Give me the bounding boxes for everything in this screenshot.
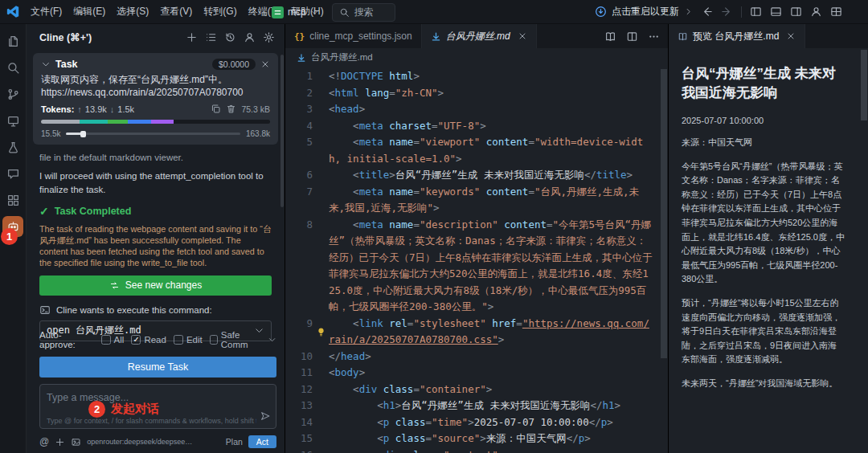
- split-editor-icon[interactable]: [626, 31, 638, 43]
- editor-tab-bar: {} cline_mcp_settings.json 台风丹娜丝.md: [285, 24, 668, 48]
- input-footer: @ openrouter:deepseek/deepseek-r1:free P…: [39, 434, 276, 450]
- menu-item-4[interactable]: 转到(G): [198, 2, 242, 21]
- resume-task-button[interactable]: Resume Task: [39, 357, 276, 378]
- vscode-logo-icon: [6, 5, 20, 18]
- sidebar-title: Cline (⌘+'): [39, 31, 92, 43]
- command-prompt-row: Cline wants to execute this command:: [39, 304, 272, 316]
- update-icon: [595, 6, 607, 18]
- preview-paragraph: 今年第5号台风“丹娜丝”（热带风暴级；英文名称：Danas；名字来源：菲律宾；名…: [682, 160, 845, 287]
- sidebar-scrollbar[interactable]: [280, 55, 284, 207]
- back-icon[interactable]: [701, 6, 713, 18]
- tab-typhoon-md[interactable]: 台风丹娜丝.md: [422, 24, 537, 48]
- toggle-panel-icon[interactable]: [770, 6, 782, 18]
- code-line: 5 <meta name="viewport" content="width=d…: [285, 134, 668, 167]
- plan-toggle[interactable]: Plan: [226, 437, 243, 447]
- toggle-sidebar-icon[interactable]: [750, 6, 762, 18]
- assistant-message: file in the default markdown viewer.: [39, 153, 272, 162]
- task-card: Task $0.0000 读取网页内容，保存至“台风丹娜丝.md”中。 http…: [33, 53, 278, 145]
- code-line: 13 <h1>台风“丹娜丝”生成 未来对我国近海无影响</h1>: [285, 398, 668, 414]
- json-file-icon: {}: [294, 31, 305, 42]
- account-icon[interactable]: [810, 6, 822, 18]
- code-line: 4 <meta charset="UTF-8">: [285, 118, 668, 135]
- editor-scrollbar[interactable]: [661, 69, 667, 358]
- account-icon[interactable]: [244, 31, 256, 43]
- model-selector[interactable]: openrouter:deepseek/deepseek-r1:free: [87, 438, 193, 446]
- tab-cline-mcp-settings[interactable]: {} cline_mcp_settings.json: [285, 24, 422, 48]
- comments-icon: [6, 167, 20, 181]
- task-cost-badge: $0.0000: [212, 59, 256, 70]
- tokens-up: 13.9k: [85, 104, 107, 114]
- cline-sidebar: Cline (⌘+') Task $0.0000 读取网页内容，保: [27, 24, 285, 453]
- close-tab-icon[interactable]: [786, 31, 796, 41]
- task-collapse-icon[interactable]: [41, 59, 51, 69]
- code-line: 6 <title>台风“丹娜丝”生成 未来对我国近海无影响</title>: [285, 167, 668, 184]
- search-icon: [6, 61, 20, 75]
- context-slider[interactable]: [66, 133, 240, 135]
- activity-comments-icon[interactable]: [2, 163, 23, 184]
- extensions-icon: [6, 194, 20, 207]
- settings-gear-icon[interactable]: [263, 31, 275, 43]
- menu-item-1[interactable]: 编辑(E): [68, 2, 111, 21]
- mention-icon[interactable]: @: [39, 436, 49, 447]
- menu-item-0[interactable]: 文件(F): [25, 2, 68, 21]
- preview-scrollbar[interactable]: [861, 50, 867, 120]
- vscode-window: 文件(F)编辑(E)选择(S)查看(V)转到(G)终端(T)帮助(H) mcp …: [0, 0, 868, 453]
- divider: [741, 6, 742, 18]
- menu-item-3[interactable]: 查看(V): [154, 2, 198, 21]
- menu-item-2[interactable]: 选择(S): [111, 2, 154, 21]
- forward-icon[interactable]: [721, 6, 733, 18]
- chevron-down-icon[interactable]: [268, 335, 276, 345]
- source-control-icon: [6, 88, 20, 101]
- editor-group: {} cline_mcp_settings.json 台风丹娜丝.md 台风丹娜…: [285, 24, 669, 453]
- lightbulb-icon[interactable]: [316, 327, 326, 337]
- close-tab-icon[interactable]: [518, 31, 527, 41]
- annotation-step-2-label: 发起对话: [111, 402, 159, 417]
- tab-preview-typhoon-md[interactable]: 预览 台风丹娜丝.md: [669, 24, 805, 48]
- customize-layout-icon[interactable]: [830, 6, 842, 18]
- global-search[interactable]: 搜索: [332, 3, 395, 22]
- activity-source-control-icon[interactable]: [2, 84, 23, 104]
- send-icon[interactable]: [260, 410, 271, 422]
- activity-extensions-icon[interactable]: [2, 190, 23, 210]
- code-line: 16 <div class="content">: [285, 447, 668, 453]
- toggle-secondary-sidebar-icon[interactable]: [790, 6, 802, 18]
- workspace-switcher[interactable]: mcp: [272, 6, 319, 18]
- code-line: 10</head>: [285, 349, 668, 365]
- history-icon[interactable]: [224, 31, 236, 43]
- more-actions-icon[interactable]: [648, 31, 660, 43]
- context-max: 163.8k: [246, 129, 270, 138]
- add-context-icon[interactable]: [55, 437, 65, 447]
- search-icon: [339, 7, 350, 18]
- act-toggle[interactable]: Act: [248, 435, 276, 448]
- task-list-icon[interactable]: [205, 31, 217, 43]
- see-new-changes-button[interactable]: See new changes: [39, 275, 272, 296]
- files-icon: [6, 35, 20, 48]
- auto-approve-edit-checkbox[interactable]: Edit: [174, 335, 203, 345]
- remote-icon: [6, 114, 20, 128]
- auto-approve-all-checkbox[interactable]: All: [101, 335, 125, 345]
- code-line: 1<!DOCTYPE html>: [285, 68, 668, 85]
- activity-files-icon[interactable]: [2, 31, 23, 51]
- auto-approve-safe-comm-checkbox[interactable]: Safe Comm: [210, 330, 260, 349]
- auto-approve-read-checkbox[interactable]: ✓Read: [131, 335, 166, 345]
- chevron-down-icon: [310, 8, 319, 17]
- task-close-icon[interactable]: [260, 59, 270, 69]
- update-restart-button[interactable]: 点击重启以更新: [595, 5, 693, 18]
- open-preview-icon[interactable]: [604, 31, 616, 43]
- breadcrumb[interactable]: 台风丹娜丝.md: [285, 48, 668, 67]
- trash-icon[interactable]: [226, 104, 236, 114]
- copy-icon[interactable]: [211, 104, 221, 114]
- context-window-row: 15.5k 163.8k: [41, 129, 270, 138]
- activity-testing-icon[interactable]: [2, 137, 23, 157]
- article-source: 来源：中国天气网: [682, 137, 845, 149]
- code-line: 12 <div class="container">: [285, 382, 668, 398]
- token-usage-row: Tokens: ↑13.9k ↓1.5k 75.3 kB: [41, 104, 270, 114]
- preview-panel: 预览 台风丹娜丝.md 台风“丹娜丝”生成 未来对我国近海无影响 2025-07…: [669, 24, 868, 453]
- image-icon[interactable]: [71, 437, 81, 447]
- activity-remote-icon[interactable]: [2, 110, 23, 131]
- task-url[interactable]: https://news.qq.com/rain/a/20250707A0780…: [41, 87, 244, 98]
- search-label: 搜索: [354, 6, 374, 19]
- code-editor[interactable]: 1<!DOCTYPE html>2<html lang="zh-CN">3<he…: [285, 67, 668, 453]
- new-task-icon[interactable]: [186, 31, 198, 43]
- activity-search-icon[interactable]: [2, 57, 23, 78]
